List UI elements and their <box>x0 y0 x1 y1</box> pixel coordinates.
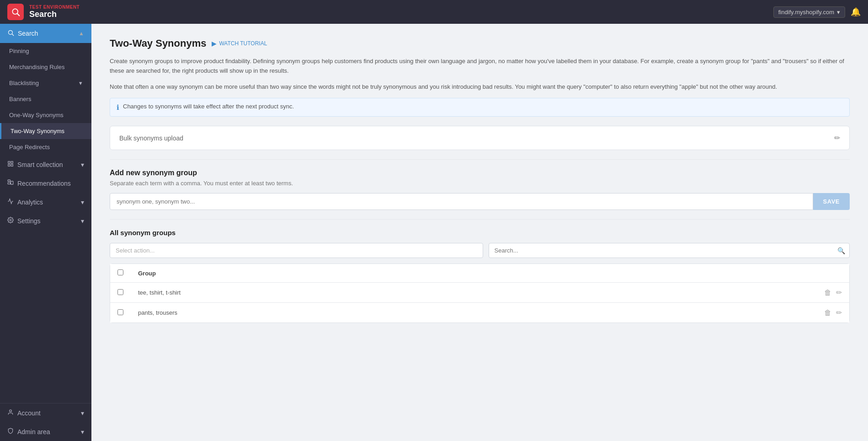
filter-row: Select action... 🔍 <box>110 243 850 258</box>
sidebar-recommendations[interactable]: Recommendations <box>0 174 91 193</box>
play-icon: ▶ <box>212 40 217 47</box>
app-title: Search <box>29 10 80 19</box>
table-row: tee, tshirt, t-shirt 🗑 ✏ <box>110 283 849 303</box>
search-icon <box>7 29 14 38</box>
row-checkbox-cell <box>110 303 131 323</box>
store-selector[interactable]: findify.myshopify.com ▾ <box>773 6 845 18</box>
chevron-down-icon: ▾ <box>837 9 840 16</box>
notification-bell-icon[interactable]: 🔔 <box>851 7 861 17</box>
account-label: Account <box>17 409 41 417</box>
svg-line-3 <box>12 34 13 35</box>
chevron-down-icon: ▾ <box>79 80 82 86</box>
settings-icon <box>7 217 14 225</box>
sidebar-item-two-way-synonyms[interactable]: Two-Way Synonyms <box>0 123 91 139</box>
row-group-value: pants, trousers <box>131 303 589 323</box>
search-icon: 🔍 <box>837 247 845 254</box>
chevron-down-icon: ▾ <box>81 409 84 417</box>
search-wrapper: 🔍 <box>489 243 850 258</box>
svg-point-12 <box>10 410 12 412</box>
svg-rect-10 <box>11 181 13 184</box>
chevron-down-icon: ▾ <box>81 428 84 436</box>
smart-collection-label: Smart collection <box>17 161 63 168</box>
app-logo <box>7 4 24 20</box>
table-row: pants, trousers 🗑 ✏ <box>110 303 849 323</box>
row-checkbox-cell <box>110 283 131 303</box>
bulk-upload-edit-button[interactable]: ✏ <box>834 134 840 142</box>
sidebar-bottom: Account ▾ Admin area ▾ <box>0 403 91 441</box>
all-groups-title: All synonym groups <box>110 229 850 237</box>
env-label: TEST ENVIRONMENT <box>29 5 80 10</box>
admin-area-label: Admin area <box>17 428 50 436</box>
recommendations-icon <box>7 179 14 187</box>
row-checkbox[interactable] <box>117 289 123 295</box>
recommendations-label: Recommendations <box>17 180 71 187</box>
bulk-upload-label: Bulk synonyms upload <box>119 134 183 142</box>
action-select[interactable]: Select action... <box>110 243 483 258</box>
admin-icon <box>7 428 14 436</box>
svg-rect-8 <box>8 180 10 182</box>
select-all-checkbox[interactable] <box>117 269 123 275</box>
sidebar: Search ▲ Pinning Merchandising Rules Bla… <box>0 24 91 441</box>
delete-row-button[interactable]: 🗑 <box>824 288 831 297</box>
analytics-label: Analytics <box>17 199 43 206</box>
watch-tutorial-label: WATCH TUTORIAL <box>219 40 267 47</box>
row-actions-cell: 🗑 ✏ <box>589 303 849 323</box>
save-button[interactable]: SAVE <box>813 193 850 210</box>
svg-rect-6 <box>8 164 10 166</box>
sidebar-account[interactable]: Account ▾ <box>0 403 91 422</box>
row-checkbox[interactable] <box>117 309 123 315</box>
add-group-title: Add new synonym group <box>110 169 850 177</box>
row-group-value: tee, tshirt, t-shirt <box>131 283 589 303</box>
all-groups-section: All synonym groups Select action... 🔍 <box>110 229 850 323</box>
chevron-down-icon: ▾ <box>81 161 84 168</box>
delete-row-button[interactable]: 🗑 <box>824 308 831 317</box>
sidebar-smart-collection[interactable]: Smart collection ▾ <box>0 155 91 174</box>
sidebar-item-one-way-synonyms[interactable]: One-Way Synonyms <box>0 107 91 123</box>
section-divider <box>110 159 850 160</box>
sidebar-item-merchandising-rules[interactable]: Merchandising Rules <box>0 59 91 75</box>
synonym-input-row: SAVE <box>110 193 850 210</box>
sidebar-item-pinning[interactable]: Pinning <box>0 43 91 59</box>
edit-row-button[interactable]: ✏ <box>836 288 842 297</box>
sidebar-item-banners[interactable]: Banners <box>0 91 91 107</box>
account-icon <box>7 409 14 417</box>
chevron-down-icon: ▾ <box>81 217 84 225</box>
groups-search-input[interactable] <box>489 243 850 258</box>
topbar-left: TEST ENVIRONMENT Search <box>7 4 80 20</box>
edit-row-button[interactable]: ✏ <box>836 308 842 317</box>
sidebar-analytics[interactable]: Analytics ▾ <box>0 193 91 211</box>
bulk-upload-row: Bulk synonyms upload ✏ <box>110 126 849 150</box>
svg-point-11 <box>10 219 11 221</box>
sidebar-admin-area[interactable]: Admin area ▾ <box>0 422 91 441</box>
sidebar-settings[interactable]: Settings ▾ <box>0 211 91 230</box>
svg-rect-5 <box>11 161 13 163</box>
page-title-row: Two-Way Synonyms ▶ WATCH TUTORIAL <box>110 38 850 49</box>
info-box: ℹ Changes to synonyms will take effect a… <box>110 98 850 117</box>
sidebar-item-page-redirects[interactable]: Page Redirects <box>0 139 91 155</box>
row-actions-cell: 🗑 ✏ <box>589 283 849 303</box>
add-synonym-section: Add new synonym group Separate each term… <box>110 169 850 210</box>
main-content: Two-Way Synonyms ▶ WATCH TUTORIAL Create… <box>91 24 868 441</box>
description-2: Note that often a one way synonym can be… <box>110 82 850 92</box>
topbar-title-group: TEST ENVIRONMENT Search <box>29 5 80 19</box>
layout: Search ▲ Pinning Merchandising Rules Bla… <box>0 24 868 441</box>
topbar-right: findify.myshopify.com ▾ 🔔 <box>773 6 861 18</box>
watch-tutorial-button[interactable]: ▶ WATCH TUTORIAL <box>212 40 267 47</box>
bulk-upload-card: Bulk synonyms upload ✏ <box>110 126 850 150</box>
svg-rect-7 <box>11 164 13 166</box>
chevron-up-icon: ▲ <box>79 30 84 37</box>
svg-rect-4 <box>8 161 10 163</box>
sidebar-item-blacklisting[interactable]: Blacklisting ▾ <box>0 75 91 91</box>
info-icon: ℹ <box>117 103 119 112</box>
synonym-groups-table-card: Group tee, tshirt, t-shirt 🗑 ✏ pants, tr… <box>110 264 850 323</box>
sidebar-search-header[interactable]: Search ▲ <box>0 24 91 43</box>
topbar: TEST ENVIRONMENT Search findify.myshopif… <box>0 0 868 24</box>
page-title: Two-Way Synonyms <box>110 38 206 49</box>
info-message: Changes to synonyms will take effect aft… <box>123 103 294 110</box>
table-group-header: Group <box>131 264 589 283</box>
synonym-input[interactable] <box>110 193 813 210</box>
section-divider-2 <box>110 219 850 220</box>
store-name: findify.myshopify.com <box>778 9 834 16</box>
row-action-buttons: 🗑 ✏ <box>596 288 842 297</box>
description-1: Create synonym groups to improve product… <box>110 57 850 76</box>
